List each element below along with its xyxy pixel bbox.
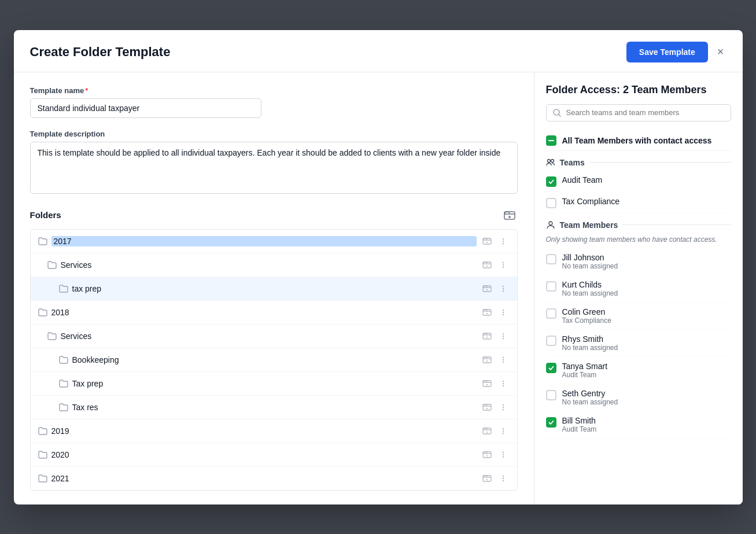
close-button[interactable]: ×: [715, 43, 727, 61]
add-subfolder-button[interactable]: [480, 377, 494, 391]
folder-more-button[interactable]: [496, 305, 510, 319]
folder-row[interactable]: tax prep: [31, 277, 517, 301]
folder-row[interactable]: 2020: [31, 443, 517, 467]
teams-list: Audit Team Tax Compliance: [546, 171, 731, 213]
side-panel-title: Folder Access: 2 Team Members: [546, 84, 731, 96]
add-subfolder-button[interactable]: [480, 424, 494, 438]
svg-point-19: [502, 288, 503, 289]
member-info: Colin Green Tax Compliance: [562, 307, 611, 325]
svg-point-20: [502, 290, 503, 291]
team-checkbox[interactable]: [546, 198, 556, 208]
member-team: Audit Team: [562, 371, 608, 379]
add-subfolder-button[interactable]: [480, 305, 494, 319]
team-row[interactable]: Tax Compliance: [546, 192, 731, 213]
svg-point-68: [502, 480, 503, 481]
folder-row-actions: [480, 234, 510, 248]
member-row[interactable]: Bill Smith Audit Team: [546, 411, 731, 439]
folder-row[interactable]: Bookkeeping: [31, 348, 517, 372]
folder-icon: [58, 402, 69, 413]
folder-row-actions: [480, 400, 510, 414]
add-subfolder-button[interactable]: [480, 448, 494, 462]
folder-more-button[interactable]: [496, 472, 510, 485]
folder-more-button[interactable]: [496, 448, 510, 462]
search-input[interactable]: [566, 108, 725, 117]
folder-more-button[interactable]: [496, 424, 510, 438]
member-checkbox[interactable]: [546, 336, 556, 346]
folder-icon: [38, 307, 48, 318]
required-star: *: [85, 86, 88, 95]
folder-row[interactable]: Services: [31, 253, 517, 277]
folder-more-button[interactable]: [496, 353, 510, 367]
svg-point-42: [502, 380, 503, 381]
folder-row[interactable]: Tax res: [31, 396, 517, 419]
add-subfolder-button[interactable]: [480, 329, 494, 343]
folder-row[interactable]: 2021: [31, 467, 517, 490]
folder-more-button[interactable]: [496, 234, 510, 248]
add-subfolder-button[interactable]: [480, 282, 494, 296]
folder-more-button[interactable]: [496, 258, 510, 272]
member-checkbox[interactable]: [546, 281, 556, 292]
folder-name: Tax prep: [72, 379, 477, 388]
folder-icon: [47, 331, 57, 341]
folder-more-button[interactable]: [496, 377, 510, 391]
folder-row-actions: [480, 424, 510, 438]
svg-point-60: [502, 451, 503, 452]
folder-icon: [58, 378, 69, 389]
all-members-checkbox[interactable]: [546, 135, 556, 146]
svg-point-32: [502, 337, 503, 338]
team-members-icon: [546, 220, 555, 230]
side-panel: Folder Access: 2 Team Members All Team M…: [534, 72, 743, 504]
svg-point-62: [502, 456, 503, 457]
folder-row-actions: [480, 258, 510, 272]
folder-icon: [38, 236, 48, 246]
member-row[interactable]: Jill Johnson No team assigned: [546, 248, 731, 275]
folder-more-button[interactable]: [496, 400, 510, 414]
team-row[interactable]: Audit Team: [546, 171, 731, 192]
folder-more-button[interactable]: [496, 282, 510, 296]
member-name: Seth Gentry: [562, 389, 618, 398]
folder-row[interactable]: 2017: [31, 230, 517, 253]
add-subfolder-button[interactable]: [480, 234, 494, 248]
member-checkbox[interactable]: [546, 363, 556, 373]
add-folder-button[interactable]: [501, 207, 518, 223]
folders-header: Folders: [30, 207, 518, 223]
folder-row[interactable]: 2018: [31, 301, 517, 325]
all-members-row[interactable]: All Team Members with contact access: [546, 131, 731, 151]
member-name: Colin Green: [562, 307, 611, 316]
svg-point-30: [502, 333, 503, 334]
folder-row-actions: [480, 282, 510, 296]
svg-point-24: [502, 309, 503, 310]
member-row[interactable]: Kurt Childs No team assigned: [546, 275, 731, 303]
folder-name: 2021: [51, 474, 477, 483]
member-team: No team assigned: [562, 262, 618, 270]
add-subfolder-button[interactable]: [480, 353, 494, 367]
member-row[interactable]: Rhys Smith No team assigned: [546, 330, 731, 357]
svg-point-70: [547, 159, 550, 162]
member-info: Rhys Smith No team assigned: [562, 334, 618, 352]
member-checkbox[interactable]: [546, 254, 556, 264]
member-row[interactable]: Tanya Smart Audit Team: [546, 357, 731, 384]
member-checkbox[interactable]: [546, 390, 556, 400]
member-row[interactable]: Colin Green Tax Compliance: [546, 303, 731, 330]
folder-row[interactable]: 2019: [31, 419, 517, 443]
template-description-input[interactable]: [30, 142, 518, 194]
svg-point-67: [502, 477, 503, 478]
save-template-button[interactable]: Save Template: [626, 42, 708, 62]
template-description-group: Template description: [30, 130, 518, 196]
team-checkbox[interactable]: [546, 176, 556, 187]
member-checkbox[interactable]: [546, 308, 556, 319]
add-subfolder-button[interactable]: [480, 472, 494, 485]
teams-icon: [546, 158, 555, 167]
team-members-section-label: Team Members: [560, 220, 618, 230]
folder-more-button[interactable]: [496, 329, 510, 343]
modal-overlay: Create Folder Template Save Template × T…: [0, 0, 756, 534]
template-name-input[interactable]: [30, 98, 261, 118]
folder-name: 2020: [51, 450, 477, 459]
folder-row[interactable]: Tax prep: [31, 372, 517, 396]
search-icon: [552, 108, 562, 117]
member-checkbox[interactable]: [546, 417, 556, 428]
add-subfolder-button[interactable]: [480, 400, 494, 414]
member-row[interactable]: Seth Gentry No team assigned: [546, 384, 731, 411]
folder-row[interactable]: Services: [31, 325, 517, 348]
add-subfolder-button[interactable]: [480, 258, 494, 272]
